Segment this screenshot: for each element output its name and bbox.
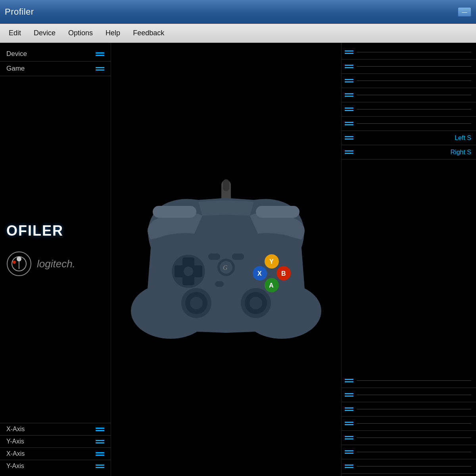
right-row-left-s[interactable]: Left S (342, 131, 476, 145)
right-icon-15 (345, 464, 353, 468)
svg-point-15 (184, 267, 193, 276)
svg-rect-11 (256, 206, 299, 218)
right-line-6 (357, 123, 471, 124)
x-axis-icon (96, 428, 104, 431)
right-icon-8 (345, 150, 353, 154)
menu-device[interactable]: Device (28, 27, 61, 40)
minimize-button[interactable]: — (458, 7, 471, 17)
right-icon-4 (345, 93, 353, 97)
y-axis-row[interactable]: Y-Axis (0, 435, 111, 447)
right-row-1[interactable] (342, 45, 476, 60)
gamepad-container: G Y X B A (119, 176, 333, 343)
right-row-9[interactable] (342, 374, 476, 388)
right-icon-1 (345, 50, 353, 54)
svg-text:A: A (269, 282, 274, 289)
right-row-14[interactable] (342, 445, 476, 459)
logitech-text: logitech. (37, 258, 75, 270)
right-icon-2 (345, 65, 353, 68)
svg-point-2 (17, 257, 21, 261)
menu-feedback[interactable]: Feedback (127, 27, 170, 40)
device-label: Device (6, 50, 27, 58)
right-row-5[interactable] (342, 102, 476, 117)
right-icon-9 (345, 379, 353, 382)
right-line-10 (357, 395, 471, 395)
x-axis-label: X-Axis (6, 426, 25, 433)
titlebar-title: Profiler (5, 7, 34, 17)
center-panel: G Y X B A (111, 43, 341, 476)
svg-rect-27 (215, 281, 224, 287)
menu-help[interactable]: Help (100, 27, 126, 40)
right-icon-5 (345, 107, 353, 111)
left-panel: Device Game OFILER (0, 43, 111, 476)
logo-area: OFILER logitech. (0, 76, 111, 423)
right-icon-6 (345, 122, 353, 125)
right-icon-11 (345, 407, 353, 411)
svg-rect-10 (153, 206, 196, 218)
logitech-icon (6, 251, 32, 277)
game-label: Game (6, 65, 25, 73)
rx-axis-row[interactable]: X-Axis (0, 447, 111, 460)
ry-axis-icon (96, 464, 104, 468)
svg-rect-23 (232, 253, 244, 260)
logitech-logo: logitech. (6, 247, 75, 277)
rx-axis-label: X-Axis (6, 450, 25, 457)
svg-text:Y: Y (269, 258, 274, 265)
game-row[interactable]: Game (0, 61, 111, 76)
right-stick-label: Right S (357, 149, 471, 156)
svg-text:X: X (257, 270, 262, 277)
ry-axis-row[interactable]: Y-Axis (0, 460, 111, 472)
y-axis-icon (96, 440, 104, 443)
right-line-14 (357, 452, 471, 452)
right-icon-13 (345, 436, 353, 440)
right-line-11 (357, 409, 471, 409)
ry-axis-label: Y-Axis (6, 463, 24, 470)
right-row-2[interactable] (342, 60, 476, 74)
right-row-3[interactable] (342, 74, 476, 88)
right-row-4[interactable] (342, 88, 476, 102)
gamepad-svg: G Y X B A (119, 176, 333, 343)
y-axis-label: Y-Axis (6, 438, 24, 445)
right-row-15[interactable] (342, 459, 476, 474)
menubar: Edit Device Options Help Feedback (0, 24, 476, 43)
right-icon-3 (345, 79, 353, 83)
rx-axis-icon (96, 452, 104, 456)
right-line-13 (357, 438, 471, 438)
game-icon (96, 67, 104, 71)
right-line-5 (357, 109, 471, 109)
right-line-15 (357, 466, 471, 466)
profiler-text: OFILER (6, 223, 63, 239)
svg-point-18 (190, 297, 203, 309)
menu-options[interactable]: Options (63, 27, 98, 40)
main-content: Device Game OFILER (0, 43, 476, 476)
right-line-2 (357, 66, 471, 67)
right-row-10[interactable] (342, 388, 476, 402)
titlebar: Profiler — (0, 0, 476, 24)
right-icon-10 (345, 393, 353, 397)
right-row-right-s[interactable]: Right S (342, 145, 476, 159)
right-row-12[interactable] (342, 416, 476, 431)
right-row-11[interactable] (342, 402, 476, 416)
svg-text:G: G (223, 264, 228, 271)
right-line-12 (357, 423, 471, 424)
right-row-6[interactable] (342, 117, 476, 131)
right-icon-12 (345, 422, 353, 425)
right-spacer (342, 159, 476, 374)
svg-rect-7 (223, 179, 229, 191)
svg-text:B: B (281, 270, 286, 277)
right-line-9 (357, 380, 471, 381)
right-line-1 (357, 52, 471, 52)
svg-point-4 (13, 261, 16, 264)
x-axis-row[interactable]: X-Axis (0, 423, 111, 435)
left-stick-label: Left S (357, 134, 471, 142)
right-line-3 (357, 81, 471, 81)
device-row[interactable]: Device (0, 47, 111, 61)
menu-edit[interactable]: Edit (3, 27, 27, 40)
right-row-13[interactable] (342, 431, 476, 445)
right-panel: Left S Right S (341, 43, 476, 476)
titlebar-controls: — (458, 7, 471, 17)
axis-section: X-Axis Y-Axis X-Axis Y-Axis (0, 423, 111, 472)
svg-rect-22 (208, 253, 220, 260)
device-icon (96, 52, 104, 56)
right-icon-14 (345, 450, 353, 454)
right-icon-7 (345, 136, 353, 140)
